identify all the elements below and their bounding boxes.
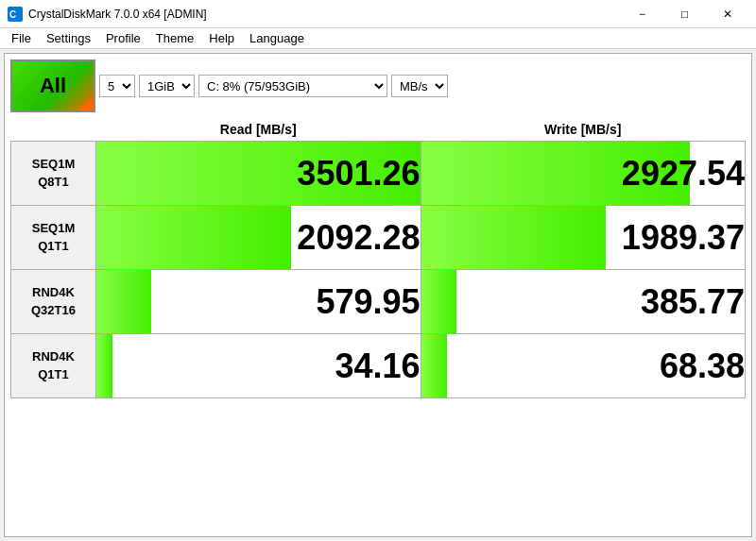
table-row: SEQ1MQ8T13501.262927.54	[11, 142, 746, 206]
row-label-2: RND4KQ32T16	[11, 270, 96, 334]
main-content: All 5 1GiB C: 8% (75/953GiB) MB/s Read […	[4, 53, 752, 537]
drive-select[interactable]: C: 8% (75/953GiB)	[198, 75, 387, 97]
write-number-1: 1989.37	[622, 218, 745, 257]
write-header: Write [MB/s]	[421, 118, 746, 142]
menu-item-file[interactable]: File	[4, 29, 39, 47]
all-button[interactable]: All	[10, 59, 95, 112]
maximize-button[interactable]: □	[663, 0, 706, 28]
table-row: RND4KQ32T16579.95385.77	[11, 270, 746, 334]
read-header: Read [MB/s]	[96, 118, 421, 142]
write-value-1: 1989.37	[421, 206, 746, 270]
row-label-0: SEQ1MQ8T1	[11, 142, 96, 206]
read-value-3: 34.16	[96, 334, 421, 398]
table-row: RND4KQ1T134.1668.38	[11, 334, 746, 398]
table-row: SEQ1MQ1T12092.281989.37	[11, 206, 746, 270]
menu-item-help[interactable]: Help	[201, 29, 242, 47]
menu-bar: FileSettingsProfileThemeHelpLanguage	[0, 28, 756, 49]
count-select[interactable]: 5	[99, 75, 135, 97]
menu-item-language[interactable]: Language	[242, 29, 312, 47]
write-number-3: 68.38	[660, 347, 745, 385]
read-number-1: 2092.28	[297, 218, 420, 257]
write-number-0: 2927.54	[622, 154, 745, 193]
title-bar: C CrystalDiskMark 7.0.0 x64 [ADMIN] − □ …	[0, 0, 756, 28]
row-label-3: RND4KQ1T1	[11, 334, 96, 398]
window-controls: − □ ✕	[621, 0, 748, 28]
menu-item-theme[interactable]: Theme	[148, 29, 201, 47]
read-value-1: 2092.28	[96, 206, 421, 270]
controls-row: All 5 1GiB C: 8% (75/953GiB) MB/s	[10, 59, 746, 112]
write-value-0: 2927.54	[421, 142, 746, 206]
title-bar-left: C CrystalDiskMark 7.0.0 x64 [ADMIN]	[8, 7, 207, 22]
col-label-header	[11, 118, 96, 142]
read-number-0: 3501.26	[297, 154, 420, 193]
read-number-3: 34.16	[335, 347, 420, 385]
minimize-button[interactable]: −	[621, 0, 663, 28]
unit-select[interactable]: MB/s	[391, 75, 448, 97]
size-select[interactable]: 1GiB	[139, 75, 195, 97]
write-number-2: 385.77	[641, 282, 745, 321]
svg-text:C: C	[9, 9, 16, 20]
app-icon: C	[8, 7, 23, 22]
read-value-2: 579.95	[96, 270, 421, 334]
write-value-3: 68.38	[421, 334, 746, 398]
menu-item-profile[interactable]: Profile	[98, 29, 148, 47]
read-number-2: 579.95	[316, 282, 420, 321]
write-value-2: 385.77	[421, 270, 746, 334]
data-table: Read [MB/s] Write [MB/s] SEQ1MQ8T13501.2…	[10, 118, 746, 398]
read-value-0: 3501.26	[96, 142, 421, 206]
window-title: CrystalDiskMark 7.0.0 x64 [ADMIN]	[28, 8, 207, 21]
row-label-1: SEQ1MQ1T1	[11, 206, 96, 270]
close-button[interactable]: ✕	[706, 0, 748, 28]
menu-item-settings[interactable]: Settings	[39, 29, 98, 47]
